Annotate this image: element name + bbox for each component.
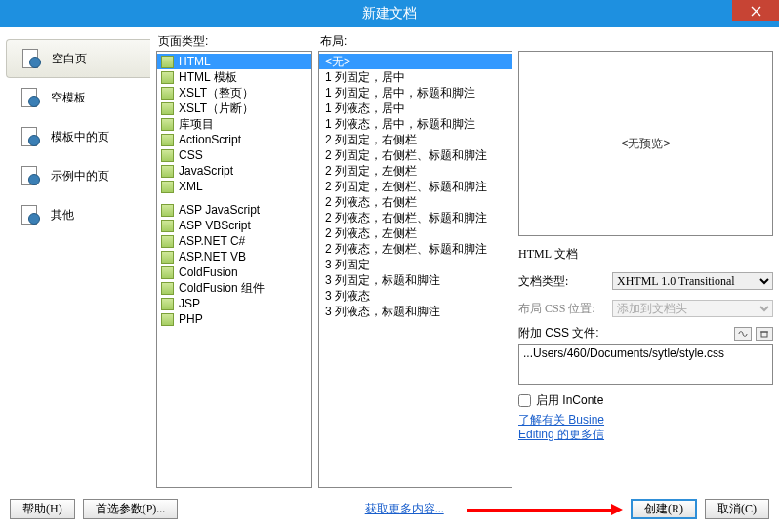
category-label: 其他	[51, 207, 74, 224]
enable-incontext-label: 启用 InConte	[536, 392, 603, 409]
page-type-label: CSS	[179, 148, 203, 162]
page-type-item[interactable]: 库项目	[157, 116, 311, 132]
category-sidebar: 空白页空模板模板中的页示例中的页其他	[6, 33, 150, 488]
layout-item[interactable]: 2 列固定，右侧栏、标题和脚注	[319, 147, 512, 163]
svg-rect-0	[761, 332, 767, 337]
attached-css-listbox[interactable]: ...Users/460/Documents/sytle/style.css	[518, 344, 773, 385]
layout-item[interactable]: 2 列液态，右侧栏、标题和脚注	[319, 210, 512, 225]
page-type-label: XSLT（片断）	[179, 101, 254, 117]
file-type-icon	[161, 204, 174, 217]
category-item-0[interactable]: 空白页	[6, 39, 150, 78]
layout-label: 2 列固定，左侧栏	[325, 163, 417, 180]
layout-item[interactable]: 2 列固定，左侧栏	[319, 163, 512, 179]
layout-item[interactable]: 3 列液态	[319, 288, 512, 304]
help-button[interactable]: 帮助(H)	[10, 499, 75, 519]
doctype-select[interactable]: XHTML 1.0 Transitional	[612, 272, 773, 290]
layout-item[interactable]: 2 列液态，左侧栏	[319, 225, 512, 241]
category-item-2[interactable]: 模板中的页	[6, 117, 150, 156]
layout-label: 1 列液态，居中，标题和脚注	[325, 116, 475, 133]
layout-item[interactable]: 3 列固定	[319, 257, 512, 272]
page-type-list[interactable]: HTMLHTML 模板XSLT（整页）XSLT（片断）库项目ActionScri…	[156, 51, 312, 488]
help-links: 了解有关 Busine Editing 的更多信	[518, 413, 773, 442]
page-icon	[20, 48, 42, 69]
layout-list[interactable]: <无>1 列固定，居中1 列固定，居中，标题和脚注1 列液态，居中1 列液态，居…	[318, 51, 512, 488]
close-button[interactable]	[732, 0, 779, 21]
get-more-content-link[interactable]: 获取更多内容...	[365, 501, 444, 517]
page-type-label: ColdFusion	[179, 266, 238, 279]
page-type-item[interactable]: ASP VBScript	[157, 218, 311, 233]
layout-label: 3 列液态，标题和脚注	[325, 304, 440, 320]
page-type-item[interactable]: ColdFusion	[157, 265, 311, 280]
file-type-icon	[161, 87, 174, 100]
page-type-item[interactable]: ColdFusion 组件	[157, 280, 311, 296]
file-type-icon	[161, 181, 174, 193]
page-type-item[interactable]: HTML	[157, 54, 311, 69]
layout-header: 布局:	[318, 33, 512, 51]
category-item-4[interactable]: 其他	[6, 195, 150, 234]
layout-item[interactable]: 1 列液态，居中	[319, 101, 512, 116]
attach-css-link-button[interactable]	[734, 327, 752, 341]
create-button[interactable]: 创建(R)	[631, 499, 697, 519]
preview-placeholder: <无预览>	[621, 136, 670, 152]
page-type-label: ActionScript	[179, 133, 241, 146]
page-type-item[interactable]: ActionScript	[157, 132, 311, 147]
page-type-label: XSLT（整页）	[179, 85, 254, 102]
enable-incontext-checkbox[interactable]	[518, 394, 531, 407]
page-type-item[interactable]: CSS	[157, 147, 311, 163]
page-type-label: ASP.NET VB	[179, 250, 246, 264]
layout-item[interactable]: 2 列液态，左侧栏、标题和脚注	[319, 241, 512, 257]
layout-label: 2 列液态，右侧栏	[325, 194, 417, 211]
page-icon	[20, 165, 41, 186]
layout-item[interactable]: 1 列液态，居中，标题和脚注	[319, 116, 512, 132]
page-type-label: PHP	[179, 312, 203, 326]
learn-editing-link[interactable]: Editing 的更多信	[518, 428, 773, 442]
page-type-label: JavaScript	[179, 164, 233, 178]
file-type-icon	[161, 220, 174, 232]
page-type-item[interactable]: ASP.NET VB	[157, 249, 311, 265]
page-type-item[interactable]: ASP JavaScript	[157, 202, 311, 218]
page-type-item[interactable]: XSLT（整页）	[157, 85, 311, 101]
layout-label: 2 列固定，左侧栏、标题和脚注	[325, 179, 487, 195]
learn-business-link[interactable]: 了解有关 Busine	[518, 413, 773, 428]
layout-item[interactable]: 3 列固定，标题和脚注	[319, 272, 512, 288]
file-type-icon	[161, 71, 174, 84]
page-type-item[interactable]: JavaScript	[157, 163, 311, 179]
page-type-label: JSP	[179, 297, 200, 310]
page-type-item[interactable]: PHP	[157, 311, 311, 327]
cancel-button[interactable]: 取消(C)	[705, 499, 769, 519]
layout-item[interactable]: 2 列固定，右侧栏	[319, 132, 512, 147]
layout-label: 2 列固定，右侧栏、标题和脚注	[325, 147, 487, 164]
layout-item[interactable]: 2 列固定，左侧栏、标题和脚注	[319, 179, 512, 194]
preferences-button[interactable]: 首选参数(P)...	[83, 499, 179, 519]
layout-item[interactable]: 3 列液态，标题和脚注	[319, 304, 512, 319]
page-type-item[interactable]: XML	[157, 179, 311, 194]
file-type-icon	[161, 56, 174, 68]
category-label: 模板中的页	[51, 129, 109, 145]
page-type-item[interactable]: JSP	[157, 296, 311, 311]
file-type-icon	[161, 251, 174, 264]
file-type-icon	[161, 149, 174, 162]
layout-item[interactable]: 2 列液态，右侧栏	[319, 194, 512, 210]
layout-label: 3 列液态	[325, 288, 370, 305]
layout-label: 3 列固定	[325, 257, 370, 273]
trash-icon	[759, 330, 769, 338]
page-icon	[20, 126, 41, 147]
title-bar: 新建文档	[0, 0, 779, 27]
category-item-3[interactable]: 示例中的页	[6, 156, 150, 195]
category-item-1[interactable]: 空模板	[6, 78, 150, 117]
attached-css-item[interactable]: ...Users/460/Documents/sytle/style.css	[523, 347, 768, 360]
page-type-item[interactable]: XSLT（片断）	[157, 101, 311, 116]
page-type-item[interactable]: ASP.NET C#	[157, 233, 311, 249]
page-type-item[interactable]: HTML 模板	[157, 69, 311, 85]
page-type-label: 库项目	[179, 116, 214, 133]
attach-css-remove-button[interactable]	[756, 327, 773, 341]
file-type-icon	[161, 118, 174, 131]
layout-label: 2 列液态，左侧栏	[325, 225, 417, 242]
layout-item[interactable]: 1 列固定，居中，标题和脚注	[319, 85, 512, 101]
page-type-label: ASP JavaScript	[179, 203, 260, 217]
layout-item[interactable]: <无>	[319, 54, 512, 69]
layout-item[interactable]: 1 列固定，居中	[319, 69, 512, 85]
page-type-label: ColdFusion 组件	[179, 280, 265, 297]
dialog-footer: 帮助(H) 首选参数(P)... 获取更多内容... 创建(R) 取消(C)	[0, 494, 779, 523]
file-type-icon	[161, 165, 174, 178]
